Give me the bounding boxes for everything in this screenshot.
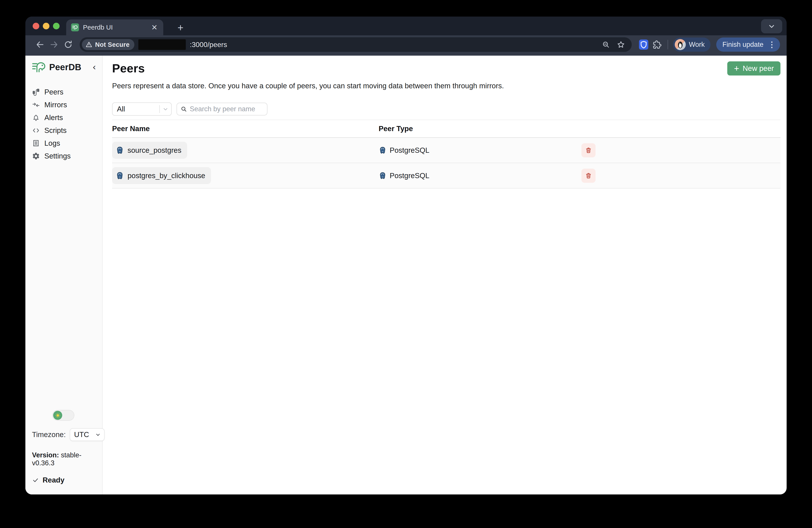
postgresql-icon	[116, 172, 124, 180]
profile-button[interactable]: Work	[673, 38, 710, 52]
page-header: Peers + New peer	[112, 61, 781, 75]
browser-menu-icon[interactable]: ⋮	[768, 40, 776, 49]
sidebar-item-scripts[interactable]: Scripts	[32, 124, 102, 137]
tab-strip: Peerdb UI ✕ +	[25, 17, 787, 35]
penguin-icon	[677, 40, 684, 49]
trash-icon	[585, 172, 592, 179]
sidebar-item-logs[interactable]: Logs	[32, 137, 102, 149]
toolbar-separator	[667, 40, 668, 49]
bookmark-star-icon[interactable]	[615, 39, 626, 50]
sidebar-item-alerts[interactable]: Alerts	[32, 111, 102, 124]
version-label: Version:	[32, 451, 59, 459]
browser-tab[interactable]: Peerdb UI ✕	[66, 19, 163, 35]
arrow-right-icon	[49, 40, 59, 49]
finish-update-button[interactable]: Finish update ⋮	[716, 38, 780, 52]
peer-type-filter[interactable]: All	[112, 102, 172, 116]
not-secure-label: Not Secure	[95, 41, 130, 48]
profile-label: Work	[689, 41, 705, 48]
sidebar-item-label: Settings	[44, 152, 71, 160]
page-title: Peers	[112, 61, 145, 75]
postgresql-icon	[379, 172, 387, 180]
sidebar-item-label: Alerts	[44, 113, 63, 122]
plus-icon: +	[734, 64, 739, 73]
filter-row: All	[112, 102, 781, 116]
status-row: Ready	[32, 476, 102, 484]
sidebar-nav: Peers Mirrors Alerts	[32, 86, 102, 162]
table-row: source_postgres PostgreSQL	[112, 138, 781, 163]
delete-peer-button[interactable]	[581, 143, 596, 157]
sidebar-item-label: Scripts	[44, 126, 67, 135]
page-description: Peers represent a data store. Once you h…	[112, 82, 781, 90]
peer-type: PostgreSQL	[390, 146, 430, 155]
address-bar[interactable]: Not Secure :3000/peers	[79, 37, 632, 52]
peer-link[interactable]: source_postgres	[112, 142, 187, 159]
reload-button[interactable]	[62, 39, 74, 51]
sidebar-item-mirrors[interactable]: Mirrors	[32, 98, 102, 111]
extensions-puzzle-icon[interactable]	[651, 38, 663, 51]
finish-update-label: Finish update	[722, 41, 764, 48]
column-header-peer-name: Peer Name	[112, 125, 379, 133]
window-controls	[33, 23, 60, 29]
peers-table: Peer Name Peer Type source_postgres	[112, 120, 781, 188]
search-input[interactable]	[190, 105, 263, 113]
status-text: Ready	[43, 476, 64, 484]
search-icon	[180, 106, 187, 112]
sidebar-item-peers[interactable]: Peers	[32, 86, 102, 98]
reload-icon	[63, 40, 73, 49]
tab-close-button[interactable]: ✕	[150, 24, 159, 31]
peer-name: source_postgres	[128, 146, 182, 155]
timezone-row: Timezone: UTC	[32, 428, 102, 441]
brand-name: PeerDB	[49, 62, 82, 72]
timezone-value: UTC	[74, 430, 89, 439]
delete-peer-button[interactable]	[581, 169, 596, 183]
table-row: postgres_by_clickhouse PostgreSQL	[112, 163, 781, 188]
chevron-down-icon	[95, 431, 101, 438]
gear-icon	[32, 152, 40, 160]
minimize-window-button[interactable]	[43, 23, 49, 29]
new-tab-button[interactable]: +	[174, 22, 187, 34]
postgresql-icon	[116, 146, 124, 155]
maximize-window-button[interactable]	[53, 23, 60, 29]
sidebar-item-label: Peers	[44, 88, 63, 96]
version-row: Version: stable-v0.36.3	[32, 451, 102, 467]
sidebar-collapse-button[interactable]: ‹	[91, 63, 97, 72]
brand-row: PeerDB ‹	[32, 60, 102, 74]
sun-icon	[55, 413, 61, 418]
search-box	[176, 103, 267, 115]
back-button[interactable]	[34, 39, 46, 51]
peerdb-logo-icon	[32, 61, 46, 73]
plug-cable-icon	[32, 88, 40, 96]
filter-value: All	[113, 105, 159, 113]
browser-window: Peerdb UI ✕ + Not Secure	[25, 17, 787, 495]
receipt-icon	[32, 139, 40, 147]
theme-toggle[interactable]	[52, 410, 74, 421]
not-secure-badge[interactable]: Not Secure	[82, 39, 134, 50]
table-header: Peer Name Peer Type	[112, 120, 781, 138]
code-icon	[32, 127, 40, 134]
peer-type-cell: PostgreSQL	[379, 146, 581, 155]
new-peer-button[interactable]: + New peer	[727, 61, 781, 75]
password-manager-extension-icon[interactable]	[638, 38, 649, 51]
sidebar-item-label: Logs	[44, 139, 60, 147]
peer-link[interactable]: postgres_by_clickhouse	[112, 167, 211, 184]
tab-search-button[interactable]	[761, 19, 782, 33]
zoom-out-icon[interactable]	[600, 39, 611, 50]
postgresql-icon	[379, 146, 387, 154]
chevron-down-icon	[768, 22, 775, 30]
peerdb-favicon-icon	[71, 24, 79, 31]
sidebar-item-label: Mirrors	[44, 101, 67, 109]
timezone-label: Timezone:	[32, 430, 66, 439]
main-panel: Peers + New peer Peers represent a data …	[103, 56, 787, 495]
arrows-converge-icon	[32, 101, 40, 109]
close-window-button[interactable]	[33, 23, 39, 29]
arrow-left-icon	[35, 40, 45, 49]
tab-title: Peerdb UI	[83, 24, 146, 31]
peer-type-cell: PostgreSQL	[379, 172, 581, 180]
chevron-down-icon	[160, 106, 171, 112]
timezone-select[interactable]: UTC	[70, 428, 105, 441]
profile-avatar	[675, 39, 686, 50]
new-peer-label: New peer	[743, 64, 774, 73]
sidebar-footer: Timezone: UTC Version: stable-v0.36.3 Re…	[32, 410, 102, 484]
forward-button[interactable]	[48, 39, 60, 51]
sidebar-item-settings[interactable]: Settings	[32, 149, 102, 162]
